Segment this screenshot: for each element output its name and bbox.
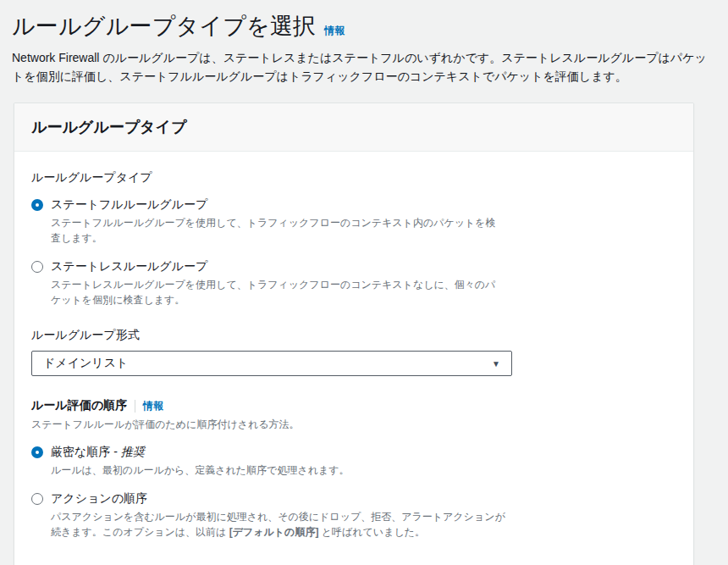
- page-description: Network Firewall のルールグループは、ステートレスまたはステート…: [12, 48, 716, 86]
- radio-selected-icon[interactable]: [31, 199, 43, 211]
- rule-group-format-label: ルールグループ形式: [31, 328, 676, 343]
- radio-strict-order[interactable]: 厳密な順序 - 推奨: [31, 445, 676, 460]
- rule-order-description: ステートフルルールが評価のために順序付けされる方法。: [31, 417, 676, 432]
- rule-group-format-select[interactable]: ドメインリスト ▼: [31, 351, 512, 376]
- former-name-label: [デフォルトの順序]: [229, 526, 319, 538]
- rule-group-type-label: ルールグループタイプ: [31, 170, 676, 186]
- rule-order-info-link[interactable]: 情報: [143, 399, 163, 413]
- rule-order-label: ルール評価の順序: [31, 398, 127, 413]
- radio-stateful[interactable]: ステートフルルールグループ: [31, 197, 676, 213]
- radio-stateless[interactable]: ステートレスルールグループ: [31, 259, 676, 274]
- recommended-label: 推奨: [121, 445, 145, 458]
- panel-body: ルールグループタイプ ステートフルルールグループ ステートフルルールグループを使…: [14, 152, 693, 565]
- radio-action-order-description: パスアクションを含むルールが最初に処理され、その後にドロップ、拒否、アラートアク…: [51, 509, 505, 540]
- radio-action-order-label: アクションの順序: [51, 491, 147, 507]
- rule-group-type-panel: ルールグループタイプ ルールグループタイプ ステートフルルールグループ ステート…: [14, 102, 694, 565]
- radio-option-stateful: ステートフルルールグループ ステートフルルールグループを使用して、トラフィックフ…: [31, 197, 676, 246]
- title-info-link[interactable]: 情報: [324, 24, 345, 38]
- radio-unselected-icon[interactable]: [31, 493, 43, 505]
- panel-header: ルールグループタイプ: [14, 103, 693, 152]
- radio-option-action-order: アクションの順序 パスアクションを含むルールが最初に処理され、その後にドロップ、…: [31, 491, 676, 540]
- select-value: ドメインリスト: [43, 356, 128, 371]
- radio-strict-order-description: ルールは、最初のルールから、定義された順序で処理されます。: [51, 463, 505, 478]
- radio-option-strict-order: 厳密な順序 - 推奨 ルールは、最初のルールから、定義された順序で処理されます。: [31, 445, 676, 478]
- radio-stateful-description: ステートフルルールグループを使用して、トラフィックフローのコンテキスト内のパケッ…: [51, 215, 505, 246]
- radio-stateful-label: ステートフルルールグループ: [51, 197, 207, 213]
- rule-order-label-row: ルール評価の順序 情報: [31, 398, 676, 413]
- radio-stateless-description: ステートレスルールグループを使用して、トラフィックフローのコンテキストなしに、個…: [51, 277, 505, 307]
- label-divider: [135, 400, 135, 413]
- radio-unselected-icon[interactable]: [31, 261, 43, 273]
- radio-selected-icon[interactable]: [31, 446, 43, 458]
- radio-option-stateless: ステートレスルールグループ ステートレスルールグループを使用して、トラフィックフ…: [31, 259, 676, 307]
- page-title: ルールグループタイプを選択: [12, 12, 316, 41]
- radio-stateless-label: ステートレスルールグループ: [51, 259, 207, 274]
- chevron-down-icon: ▼: [492, 359, 500, 368]
- panel-title: ルールグループタイプ: [31, 117, 676, 137]
- radio-action-order[interactable]: アクションの順序: [31, 491, 676, 507]
- radio-strict-order-label: 厳密な順序 - 推奨: [51, 445, 145, 460]
- page: ルールグループタイプを選択 情報 Network Firewall のルールグル…: [0, 0, 728, 565]
- page-header: ルールグループタイプを選択 情報: [12, 12, 716, 41]
